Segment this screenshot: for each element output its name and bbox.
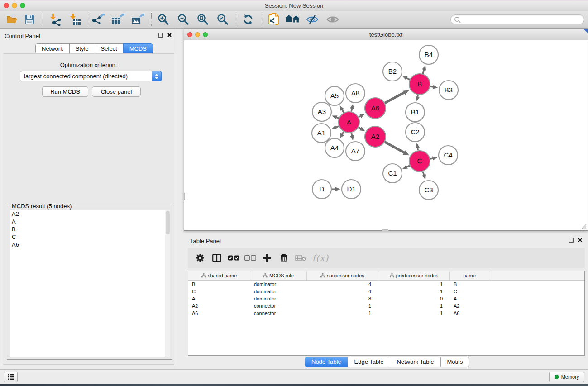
- tab-network-table[interactable]: Network Table: [390, 357, 440, 367]
- home-icon[interactable]: [285, 12, 301, 27]
- criterion-dropdown[interactable]: largest connected component (directed): [20, 71, 162, 81]
- table-cell[interactable]: dominator: [250, 295, 307, 302]
- table-row[interactable]: Adominator80A: [188, 295, 584, 302]
- table-cell[interactable]: 1: [378, 281, 450, 288]
- table-cell[interactable]: 4: [307, 288, 378, 295]
- table-cell[interactable]: 4: [307, 281, 378, 288]
- table-cell[interactable]: C: [450, 288, 489, 295]
- select-all-icon[interactable]: [225, 250, 242, 266]
- export-network-icon[interactable]: [91, 12, 106, 27]
- export-table-icon[interactable]: [110, 12, 125, 27]
- column-header[interactable]: successor nodes: [307, 271, 378, 280]
- tab-style[interactable]: Style: [69, 43, 95, 54]
- graph-edge[interactable]: [417, 148, 418, 151]
- mcds-result-item[interactable]: A6: [10, 241, 170, 248]
- import-table-icon[interactable]: [67, 12, 82, 27]
- close-panel-icon[interactable]: [167, 33, 172, 38]
- function-builder-icon[interactable]: f(x): [309, 250, 332, 266]
- export-image-icon[interactable]: [130, 12, 145, 27]
- table-cell[interactable]: B: [450, 281, 489, 288]
- table-cell[interactable]: connector: [250, 310, 307, 317]
- column-header[interactable]: MCDS role: [250, 271, 307, 280]
- table-cell[interactable]: connector: [250, 302, 307, 310]
- import-network-icon[interactable]: [47, 12, 62, 27]
- divider-handle-left[interactable]: [184, 193, 185, 200]
- graph-edge[interactable]: [423, 172, 424, 176]
- close-panel-icon[interactable]: [578, 238, 583, 243]
- run-mcds-button[interactable]: Run MCDS: [42, 86, 88, 97]
- table-cell[interactable]: 1: [307, 302, 378, 310]
- show-eye-icon[interactable]: [325, 12, 340, 27]
- table-cell[interactable]: C: [188, 288, 250, 295]
- table-cell[interactable]: 1: [307, 310, 378, 317]
- graph-edge[interactable]: [342, 132, 344, 134]
- zoom-fit-icon[interactable]: [195, 12, 210, 27]
- table-row[interactable]: A2connector11A2: [188, 302, 584, 310]
- graph-edge[interactable]: [342, 110, 344, 113]
- table-cell[interactable]: A: [450, 295, 489, 302]
- delete-table-icon[interactable]: [292, 250, 309, 266]
- table-cell[interactable]: 1: [378, 310, 450, 317]
- column-layout-icon[interactable]: [208, 250, 225, 266]
- tab-edge-table[interactable]: Edge Table: [348, 357, 391, 367]
- column-header[interactable]: predecessor nodes: [378, 271, 450, 280]
- tab-mcds[interactable]: MCDS: [123, 43, 153, 54]
- graph-edge[interactable]: [351, 133, 352, 136]
- column-header[interactable]: shared name: [188, 271, 250, 280]
- graph-edge[interactable]: [406, 78, 410, 79]
- mcds-result-item[interactable]: A2: [10, 210, 170, 218]
- tab-network[interactable]: Network: [35, 43, 70, 54]
- refresh-icon[interactable]: [240, 12, 256, 27]
- task-history-button[interactable]: [4, 372, 18, 382]
- graph-edge[interactable]: [351, 108, 352, 111]
- graph-edge[interactable]: [385, 92, 404, 103]
- duplicate-network-icon[interactable]: [266, 12, 282, 27]
- column-header[interactable]: name: [450, 271, 489, 280]
- network-canvas[interactable]: B4B2BB3A5A8A6B1A3AA1C2A2A4A7C4CC1C3DD1: [184, 40, 588, 230]
- tab-node-table[interactable]: Node Table: [305, 357, 348, 367]
- memory-button[interactable]: Memory: [549, 372, 584, 382]
- table-cell[interactable]: A2: [450, 302, 489, 310]
- scrollbar-track[interactable]: [165, 210, 170, 357]
- table-cell[interactable]: 1: [378, 288, 450, 295]
- table-cell[interactable]: dominator: [250, 281, 307, 288]
- graph-edge[interactable]: [430, 86, 434, 87]
- table-cell[interactable]: 1: [378, 302, 450, 310]
- zoom-out-icon[interactable]: [176, 12, 191, 27]
- graph-edge[interactable]: [423, 69, 424, 74]
- table-row[interactable]: Cdominator41C: [188, 288, 584, 295]
- open-session-icon[interactable]: [5, 12, 20, 27]
- zoom-selected-icon[interactable]: [215, 12, 230, 27]
- table-row[interactable]: Bdominator41B: [188, 281, 584, 288]
- delete-column-icon[interactable]: [275, 250, 292, 266]
- table-cell[interactable]: dominator: [250, 288, 307, 295]
- table-cell[interactable]: A2: [188, 302, 250, 310]
- deselect-all-icon[interactable]: [242, 250, 258, 266]
- hide-eye-icon[interactable]: [305, 12, 320, 27]
- resize-grip-icon[interactable]: [580, 223, 587, 229]
- float-panel-icon[interactable]: [158, 33, 163, 38]
- table-cell[interactable]: B: [188, 281, 250, 288]
- settings-gear-icon[interactable]: [191, 250, 208, 266]
- table-cell[interactable]: A6: [188, 310, 250, 317]
- table-cell[interactable]: 8: [307, 295, 378, 302]
- add-column-icon[interactable]: [258, 250, 275, 266]
- divider-handle-bottom[interactable]: [382, 229, 388, 231]
- float-panel-icon[interactable]: [569, 238, 574, 243]
- tab-select[interactable]: Select: [95, 43, 124, 54]
- table-row[interactable]: A6connector11A6: [188, 310, 584, 317]
- tab-motifs[interactable]: Motifs: [440, 357, 470, 367]
- graph-edge[interactable]: [336, 126, 339, 128]
- close-panel-button[interactable]: Close panel: [92, 86, 141, 97]
- search-input[interactable]: [463, 15, 580, 24]
- save-session-icon[interactable]: [22, 12, 37, 27]
- graph-edge[interactable]: [406, 166, 410, 167]
- mcds-result-item[interactable]: C: [10, 233, 170, 241]
- table-cell[interactable]: A: [188, 295, 250, 302]
- scrollbar-thumb[interactable]: [166, 211, 170, 234]
- mcds-result-item[interactable]: B: [10, 225, 170, 233]
- table-cell[interactable]: 0: [378, 295, 450, 302]
- table-cell[interactable]: A6: [450, 310, 489, 317]
- mcds-result-item[interactable]: A: [10, 218, 170, 225]
- zoom-in-icon[interactable]: [156, 12, 171, 27]
